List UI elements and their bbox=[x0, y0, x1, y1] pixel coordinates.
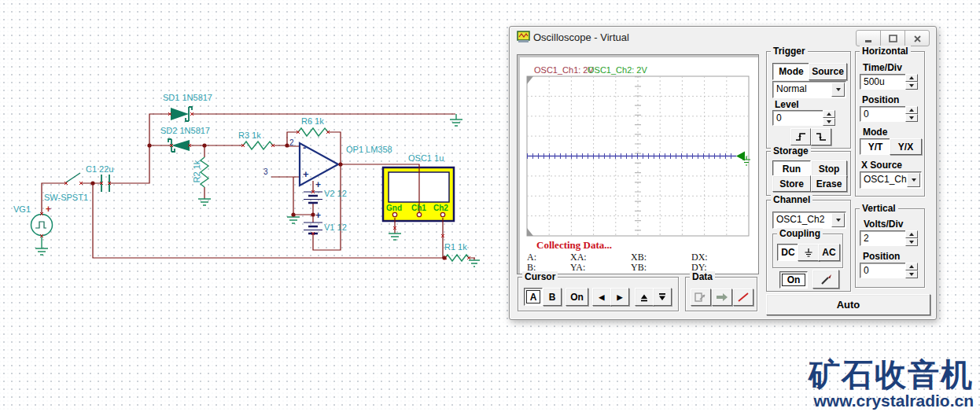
cursor-a-button[interactable]: A bbox=[524, 288, 543, 306]
spin-up-button[interactable] bbox=[905, 263, 918, 270]
label-v1: V1 12 bbox=[324, 223, 347, 232]
export-data-button[interactable] bbox=[691, 289, 711, 306]
diode-sd1[interactable] bbox=[171, 107, 192, 121]
h-position-input[interactable]: 0 bbox=[860, 106, 912, 122]
trigger-rising-edge-button[interactable] bbox=[790, 128, 811, 145]
erase-button[interactable]: Erase bbox=[811, 175, 847, 192]
timediv-input[interactable]: 500u bbox=[860, 74, 912, 90]
readout-yb: YB: bbox=[631, 262, 647, 274]
yt-mode-button[interactable]: Y/T bbox=[860, 138, 891, 155]
vertical-group: Vertical Volts/Div 2 Position 0 bbox=[855, 208, 925, 288]
spin-up-button[interactable] bbox=[905, 74, 918, 82]
spin-down-button[interactable] bbox=[905, 82, 918, 90]
cursor-left-button[interactable]: ◀ bbox=[592, 288, 611, 306]
slope-line-icon bbox=[736, 291, 750, 303]
trigger-falling-edge-button[interactable] bbox=[811, 128, 831, 145]
v-position-spinner[interactable] bbox=[905, 263, 918, 278]
coupling-ac-button[interactable]: AC bbox=[818, 244, 840, 261]
label-r3: R3 1k bbox=[238, 131, 261, 140]
capacitor-c1[interactable] bbox=[101, 175, 109, 192]
cursor-top-button[interactable] bbox=[635, 288, 654, 306]
arrow-right-icon bbox=[715, 291, 729, 303]
stop-button[interactable]: Stop bbox=[811, 160, 847, 177]
h-mode-label: Mode bbox=[863, 127, 887, 138]
rising-edge-icon bbox=[794, 131, 808, 142]
status-text: Collecting Data... bbox=[536, 239, 612, 252]
falling-edge-icon bbox=[814, 131, 828, 142]
spin-up-button[interactable] bbox=[905, 230, 918, 238]
yx-mode-button[interactable]: Y/X bbox=[890, 138, 922, 155]
label-r2: R2 1k bbox=[192, 154, 201, 189]
cursor-bottom-button[interactable] bbox=[653, 288, 672, 306]
cursor-on-button[interactable]: On bbox=[566, 288, 588, 306]
spin-up-button[interactable] bbox=[905, 106, 918, 114]
opamp-minus-sign: - bbox=[303, 143, 306, 153]
spin-down-button[interactable] bbox=[905, 114, 918, 122]
label-r1: R1 1k bbox=[444, 242, 467, 252]
voltage-source-vg1[interactable] bbox=[31, 215, 53, 236]
trigger-mode-button[interactable]: Mode bbox=[772, 63, 810, 80]
store-button[interactable]: Store bbox=[772, 175, 811, 192]
data-group: Data bbox=[685, 277, 757, 311]
xsource-value: OSC1_Ch1 bbox=[864, 174, 912, 185]
resistor-r3[interactable] bbox=[243, 142, 273, 149]
trigger-mode-value: Normal bbox=[776, 83, 807, 94]
channel-on-button[interactable]: On bbox=[779, 271, 808, 289]
ch1-header: OSC1_Ch1: 2V bbox=[534, 65, 594, 75]
coupling-group: Coupling DC AC bbox=[772, 234, 843, 268]
spin-down-button[interactable] bbox=[823, 118, 835, 126]
spin-down-button[interactable] bbox=[905, 270, 918, 278]
plot-data-button[interactable] bbox=[733, 289, 753, 306]
storage-group: Storage Run Stop Store Erase bbox=[766, 151, 851, 196]
spin-up-button[interactable] bbox=[823, 110, 835, 118]
horizontal-group: Horizontal Time/Div 500u Position 0 Mode… bbox=[855, 51, 925, 197]
h-position-label: Position bbox=[862, 94, 899, 105]
level-spinner[interactable] bbox=[823, 110, 835, 126]
resistor-r1[interactable] bbox=[445, 255, 469, 261]
copy-data-button[interactable] bbox=[712, 289, 732, 306]
coupling-ground-button[interactable] bbox=[798, 244, 820, 261]
xsource-select[interactable]: OSC1_Ch1 bbox=[860, 171, 922, 189]
v2-plus-sign: + bbox=[315, 180, 321, 189]
vertical-group-label: Vertical bbox=[860, 203, 898, 214]
voltsdiv-input[interactable]: 2 bbox=[860, 230, 912, 246]
minimize-button[interactable] bbox=[856, 30, 881, 46]
channel-select[interactable]: OSC1_Ch2 bbox=[772, 212, 846, 229]
horizontal-group-label: Horizontal bbox=[860, 46, 911, 57]
channel-group-label: Channel bbox=[771, 194, 812, 205]
scope-grid[interactable] bbox=[527, 76, 763, 236]
maximize-button[interactable] bbox=[880, 30, 905, 46]
voltsdiv-spinner[interactable] bbox=[905, 230, 918, 246]
level-input[interactable]: 0 bbox=[772, 110, 829, 126]
storage-group-label: Storage bbox=[771, 145, 811, 156]
opamp-pin2: 2 bbox=[289, 138, 294, 148]
resistor-r6[interactable] bbox=[298, 128, 328, 136]
cursor-right-button[interactable]: ▶ bbox=[610, 288, 629, 306]
scope-display-panel: OSC1_Ch1: 2V OSC1_Ch2: 2V Collecting Dat… bbox=[517, 54, 759, 274]
battery-v2[interactable] bbox=[304, 192, 322, 203]
resistor-r2[interactable] bbox=[201, 157, 208, 187]
v-position-input[interactable]: 0 bbox=[860, 263, 912, 278]
close-button[interactable] bbox=[904, 30, 930, 46]
close-icon bbox=[912, 33, 923, 44]
dropdown-arrow-icon[interactable] bbox=[831, 213, 845, 227]
switch-sw-spst1[interactable] bbox=[66, 173, 80, 182]
circuit-schematic bbox=[0, 0, 519, 330]
h-position-spinner[interactable] bbox=[905, 106, 918, 122]
spin-down-button[interactable] bbox=[905, 238, 918, 246]
auto-button[interactable]: Auto bbox=[766, 294, 930, 315]
trigger-source-button[interactable]: Source bbox=[809, 63, 847, 80]
probe-color-button[interactable] bbox=[812, 270, 839, 289]
export-icon bbox=[694, 291, 708, 303]
timediv-spinner[interactable] bbox=[905, 74, 918, 90]
battery-v1[interactable] bbox=[304, 223, 322, 234]
dropdown-arrow-icon[interactable] bbox=[831, 83, 845, 97]
cursor-b-button[interactable]: B bbox=[543, 288, 562, 306]
ground-coupling-icon bbox=[804, 248, 813, 258]
titlebar[interactable]: Oscilloscope - Virtual bbox=[510, 27, 936, 47]
label-op1: OP1 LM358 bbox=[346, 145, 392, 154]
dropdown-arrow-icon[interactable] bbox=[907, 173, 920, 187]
coupling-dc-button[interactable]: DC bbox=[777, 244, 799, 261]
trigger-mode-select[interactable]: Normal bbox=[772, 81, 846, 98]
run-button[interactable]: Run bbox=[772, 160, 811, 177]
